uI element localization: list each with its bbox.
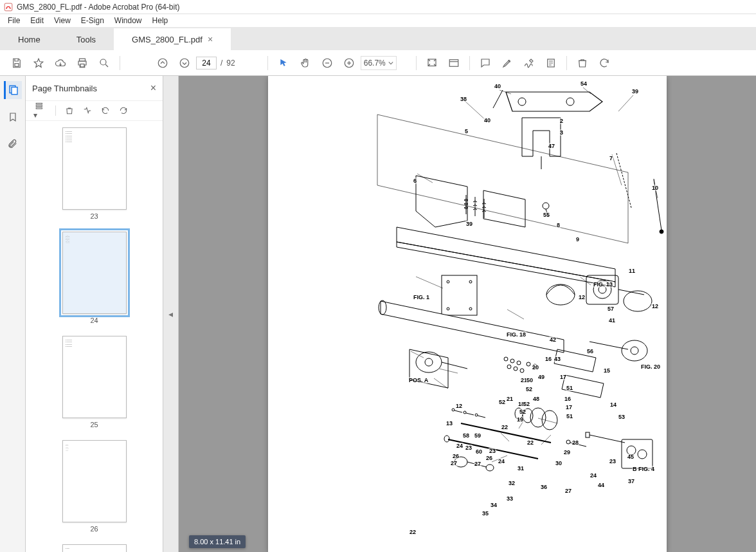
svg-point-46 — [416, 352, 442, 373]
thumb-layout-icon[interactable] — [80, 105, 94, 116]
comment-icon[interactable] — [475, 53, 496, 73]
zoom-out-icon[interactable] — [317, 53, 338, 73]
tab-home[interactable]: Home — [0, 28, 59, 50]
title-bar: GMS_2800_FL.pdf - Adobe Acrobat Pro (64-… — [0, 0, 756, 14]
select-tool-icon[interactable] — [273, 53, 294, 73]
thumbnail-26[interactable]: ⎯⎯⎯⎯═══○⎯⎯⎯⎯○═══⎯⎯⎯⎯ 26 — [62, 440, 127, 533]
thumbnail-25[interactable]: ▪▪▪▪▪▪▪▪▪▪▪▪▪▪▪▪▪▪▪▪▪▪▪▪▪▪▪▪▪▪▪▪▪▪▪▪▪▪▪▪… — [62, 336, 127, 428]
svg-point-36 — [469, 281, 472, 283]
menu-esign[interactable]: E-Sign — [76, 15, 109, 26]
thumb-redo-icon[interactable] — [116, 105, 130, 116]
cloud-icon[interactable] — [50, 53, 71, 73]
thumb-options-icon[interactable]: ▾ — [31, 100, 49, 121]
thumbnail-23[interactable]: ▪▪▪▪▪▪▪▪▪▪▪▪▪▪▪▪▪▪▪▪▪▪▪▪▪▪▪▪▪▪▪▪▪▪▪▪▪▪▪▪… — [62, 127, 127, 220]
diagram-callout: 22 — [526, 439, 534, 446]
tab-tools[interactable]: Tools — [59, 28, 114, 50]
collapse-handle[interactable]: ◂ — [163, 76, 179, 552]
diagram-callout: 23 — [465, 445, 473, 451]
hand-tool-icon[interactable] — [295, 53, 316, 73]
collapse-arrow-icon[interactable]: ◂ — [168, 309, 173, 319]
zoom-select[interactable]: 66.7% — [361, 56, 397, 70]
highlight-icon[interactable] — [497, 53, 518, 73]
sign-icon[interactable] — [519, 53, 539, 73]
save-icon[interactable] — [6, 53, 27, 73]
thumb-delete-icon[interactable] — [62, 105, 76, 116]
layout-icon[interactable] — [444, 53, 464, 73]
menu-window[interactable]: Window — [109, 15, 147, 26]
delete-icon[interactable] — [572, 53, 593, 73]
diagram-callout: 41 — [608, 317, 616, 324]
diagram-callout: 52 — [498, 399, 506, 405]
svg-point-37 — [447, 308, 449, 310]
svg-line-96 — [538, 418, 557, 423]
svg-line-95 — [434, 378, 448, 389]
thumbnails-rail-icon[interactable] — [4, 81, 22, 99]
diagram-callout: 23 — [489, 448, 496, 454]
search-icon[interactable] — [94, 53, 114, 73]
diagram-callout: 52 — [523, 401, 530, 407]
svg-point-5 — [100, 59, 106, 65]
diagram-callout: 22 — [409, 529, 417, 535]
diagram-callout: 27 — [450, 460, 458, 466]
menu-edit[interactable]: Edit — [25, 15, 49, 26]
diagram-callout: 38 — [460, 96, 467, 102]
svg-line-25 — [493, 90, 503, 108]
diagram-callout: 17 — [559, 374, 567, 380]
svg-rect-21 — [36, 106, 42, 107]
thumbnail-24[interactable]: ⎯⎯╲╱⎯⎯╱○╲○○╲⎯⎯○⎯⎯○╲○╱○○╱⎯⎯╱╲⎯⎯○⎯○⎯○⎯ 24 — [62, 232, 127, 324]
diagram-callout: 8 — [556, 222, 561, 228]
diagram-callout: 33 — [506, 495, 514, 502]
page-number-display: / 92 — [196, 57, 235, 69]
svg-point-24 — [566, 98, 574, 106]
svg-point-52 — [504, 357, 508, 361]
page-up-icon[interactable] — [152, 53, 173, 73]
page-input[interactable] — [196, 57, 217, 69]
menu-view[interactable]: View — [49, 15, 76, 26]
svg-line-48 — [442, 362, 467, 369]
svg-rect-4 — [80, 64, 84, 67]
read-mode-icon[interactable] — [422, 53, 442, 73]
stamp-icon[interactable] — [541, 53, 561, 73]
svg-point-76 — [638, 450, 647, 459]
diagram-callout: 10 — [651, 185, 659, 191]
svg-line-87 — [417, 174, 433, 183]
thumbnails-header: Page Thumbnails × — [26, 76, 163, 100]
svg-line-6 — [105, 64, 108, 67]
bookmarks-rail-icon[interactable] — [4, 108, 22, 126]
attachments-rail-icon[interactable] — [4, 135, 22, 153]
zoom-in-icon[interactable] — [339, 53, 359, 73]
menu-help[interactable]: Help — [147, 15, 174, 26]
svg-line-84 — [583, 87, 591, 94]
thumbnails-list[interactable]: ▪▪▪▪▪▪▪▪▪▪▪▪▪▪▪▪▪▪▪▪▪▪▪▪▪▪▪▪▪▪▪▪▪▪▪▪▪▪▪▪… — [26, 121, 163, 552]
star-icon[interactable] — [28, 53, 49, 73]
diagram-callout: 40 — [494, 83, 501, 89]
diagram-callout: 42 — [549, 336, 557, 343]
diagram-callout: FIG. 20 — [640, 363, 661, 370]
diagram-callout: 13 — [446, 420, 453, 427]
print-icon[interactable] — [72, 53, 93, 73]
close-pane-icon[interactable]: × — [150, 82, 156, 94]
svg-point-80 — [464, 411, 466, 414]
diagram-callout: 39 — [465, 221, 473, 227]
page-down-icon[interactable] — [174, 53, 195, 73]
diagram-callout: 58 — [462, 432, 470, 439]
page-dimensions-tooltip: 8.00 x 11.41 in — [189, 535, 246, 548]
diagram-callout: 12 — [455, 403, 463, 409]
rotate-icon[interactable] — [594, 53, 615, 73]
svg-point-8 — [180, 59, 189, 68]
svg-point-82 — [475, 414, 478, 416]
thumb-undo-icon[interactable] — [98, 105, 113, 116]
svg-point-50 — [622, 340, 647, 361]
diagram-callout: 27 — [474, 461, 482, 467]
tab-document[interactable]: GMS_2800_FL.pdf × — [114, 28, 231, 50]
svg-line-81 — [478, 416, 485, 418]
tab-close-icon[interactable]: × — [208, 35, 213, 44]
thumbnail-next[interactable]: ▪▪▪▪▪▪ — [62, 544, 127, 552]
svg-point-57 — [520, 369, 524, 373]
menu-file[interactable]: File — [3, 15, 25, 26]
diagram-callout: 59 — [474, 432, 482, 439]
svg-rect-15 — [449, 59, 458, 66]
document-viewer[interactable]: 405439384025347671039558911FIG. 13125741… — [179, 76, 756, 552]
diagram-callout: 56 — [586, 348, 594, 354]
diagram-callout: 53 — [618, 414, 626, 420]
